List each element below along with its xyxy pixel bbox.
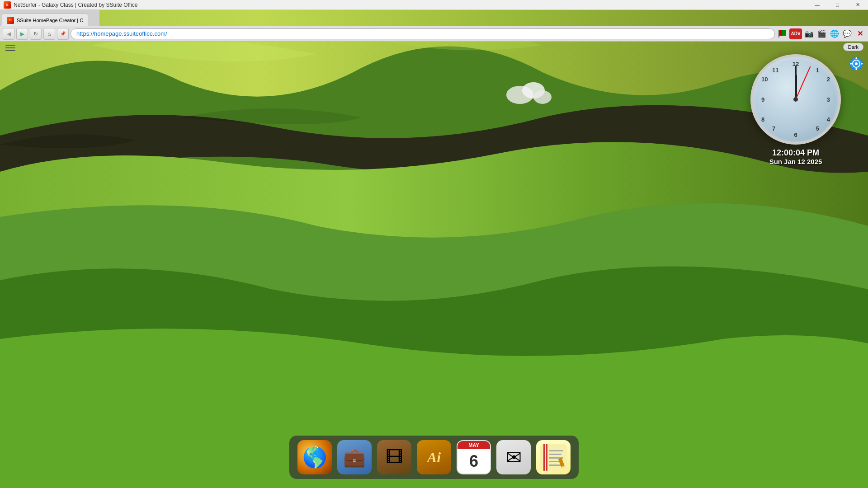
dock-item-calendar[interactable]: MAY 6	[456, 439, 492, 475]
clock-num-2: 2	[827, 76, 830, 83]
minute-hand	[795, 66, 797, 99]
notes-icon	[536, 440, 571, 474]
url-bar[interactable]: https://homepage.ssuiteoffice.com/	[71, 28, 775, 39]
refresh-button[interactable]: ↻	[30, 28, 42, 40]
adv-icon[interactable]: ADV	[789, 28, 802, 39]
menu-bar	[0, 42, 21, 54]
mail-icon: ✉	[496, 440, 531, 474]
hamburger-menu[interactable]	[4, 42, 17, 53]
svg-rect-12	[850, 63, 852, 65]
calendar-month: MAY	[458, 441, 490, 449]
browser-icon	[297, 440, 332, 474]
title-bar: S NetSurfer - Galaxy Class | Created by …	[0, 0, 868, 10]
calendar-icon: MAY 6	[457, 440, 491, 474]
svg-rect-20	[549, 461, 560, 462]
globe-icon[interactable]: 🌐	[829, 28, 840, 39]
settings-icon[interactable]	[849, 56, 863, 71]
illustrator-icon: Ai	[417, 440, 451, 474]
dock-item-browser[interactable]	[297, 439, 333, 475]
svg-rect-17	[549, 450, 563, 451]
menu-line-2	[5, 47, 15, 48]
svg-rect-10	[856, 57, 857, 59]
url-text: https://homepage.ssuiteoffice.com/	[76, 30, 167, 37]
dock-item-illustrator[interactable]: Ai	[416, 439, 452, 475]
minimize-button[interactable]: —	[807, 0, 827, 10]
dock: 💼 🎞 Ai MAY 6 ✉	[289, 436, 579, 479]
tab-bar: S SSuite HomePage Creator | C	[0, 10, 99, 26]
clock-num-10: 10	[761, 76, 768, 83]
calendar-day: 6	[469, 449, 478, 474]
browser-tab[interactable]: S SSuite HomePage Creator | C	[2, 14, 88, 26]
menu-line-1	[5, 45, 15, 46]
clock-time: 12:00:04 PM	[772, 148, 819, 158]
close-page-icon[interactable]: ✕	[854, 28, 865, 39]
svg-point-9	[855, 62, 858, 65]
briefcase-icon: 💼	[337, 440, 372, 474]
svg-point-3	[533, 90, 552, 104]
back-button[interactable]: ◀	[3, 28, 14, 40]
svg-rect-18	[549, 454, 561, 455]
dock-item-mail[interactable]: ✉	[495, 439, 532, 475]
app-icon: S	[4, 1, 11, 9]
svg-rect-16	[546, 444, 547, 471]
right-icons: ADV 📷 🎬 🌐 💬 ✕	[777, 28, 865, 39]
maximize-button[interactable]: □	[827, 0, 848, 10]
center-dot	[793, 97, 798, 102]
dark-mode-toggle[interactable]: Dark	[843, 43, 863, 51]
clock-widget: 12 3 6 9 1 2 4 5 7 8 10 11 12:00:04 PM S…	[750, 54, 841, 165]
forward-button[interactable]: ▶	[16, 28, 28, 40]
clock-face: 12 3 6 9 1 2 4 5 7 8 10 11	[750, 54, 841, 145]
dock-item-notes[interactable]	[535, 439, 571, 475]
video-icon[interactable]: 🎬	[816, 28, 827, 39]
chat-icon[interactable]: 💬	[842, 28, 853, 39]
second-hand	[795, 66, 811, 100]
clock-num-1: 1	[816, 67, 819, 74]
svg-rect-5	[782, 30, 786, 36]
svg-rect-6	[778, 30, 779, 38]
clock-num-4: 4	[827, 116, 830, 123]
svg-rect-13	[861, 63, 863, 65]
clock-num-5: 5	[816, 125, 819, 132]
clock-num-11: 11	[772, 67, 778, 74]
svg-rect-11	[856, 68, 857, 70]
address-bar-row: ◀ ▶ ↻ ⌂ 📌 https://homepage.ssuiteoffice.…	[0, 26, 868, 42]
clock-num-6: 6	[794, 131, 797, 138]
window-title: NetSurfer - Galaxy Class | Created by SS…	[14, 2, 137, 8]
clock-date: Sun Jan 12 2025	[769, 158, 822, 165]
clock-num-8: 8	[761, 116, 764, 123]
clock-num-7: 7	[772, 125, 775, 132]
svg-rect-15	[543, 444, 545, 471]
close-button[interactable]: ✕	[848, 0, 868, 10]
tab-icon: S	[7, 17, 14, 24]
flag-icon[interactable]	[777, 28, 788, 39]
clock-num-3: 3	[827, 96, 830, 103]
dock-item-camera[interactable]: 🎞	[376, 439, 412, 475]
home-button[interactable]: ⌂	[43, 28, 55, 40]
camera-icon: 🎞	[377, 440, 411, 474]
dock-item-briefcase[interactable]: 💼	[336, 439, 373, 475]
clock-num-9: 9	[761, 96, 764, 103]
title-bar-left: S NetSurfer - Galaxy Class | Created by …	[0, 1, 137, 9]
tab-label: SSuite HomePage Creator | C	[17, 18, 83, 23]
screenshot-icon[interactable]: 📷	[804, 28, 815, 39]
bookmark-button[interactable]: 📌	[57, 28, 69, 40]
menu-line-3	[5, 50, 15, 51]
title-bar-controls: — □ ✕	[807, 0, 868, 10]
